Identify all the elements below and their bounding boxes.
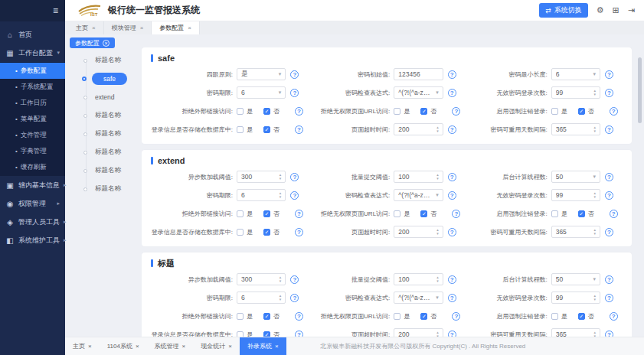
checkbox-是[interactable]	[551, 210, 558, 217]
anchor-item-safe[interactable]: safe	[82, 70, 143, 88]
help-icon[interactable]: ?	[452, 312, 460, 321]
stepper-control[interactable]: 99▴▾	[551, 291, 600, 304]
checkbox-是[interactable]	[237, 313, 244, 320]
checkbox-否[interactable]: ✓	[263, 108, 270, 115]
checkbox-否[interactable]: ✓	[420, 108, 427, 115]
help-icon[interactable]: ?	[448, 89, 456, 97]
anchor-item-标题名称[interactable]: 标题名称	[82, 106, 143, 125]
select-control[interactable]: 50▾	[551, 171, 600, 183]
checkbox-是[interactable]	[237, 229, 244, 236]
help-icon[interactable]: ?	[448, 275, 456, 284]
select-control[interactable]: 6▾	[551, 68, 600, 80]
checkbox-否[interactable]: ✓	[263, 210, 270, 217]
stepper-control[interactable]: 200▴▾	[394, 123, 443, 135]
sidebar-item-工作日历[interactable]: •工作日历	[0, 95, 65, 111]
sidebar-item-管理人员工具[interactable]: ◈管理人员工具▸	[0, 213, 65, 231]
close-icon[interactable]: ×	[182, 343, 186, 350]
checkbox-否[interactable]: ✓	[420, 210, 427, 217]
stepper-control[interactable]: 300▴▾	[237, 171, 286, 183]
checkbox-否[interactable]: ✓	[578, 210, 585, 217]
anchor-item-标题名称[interactable]: 标题名称	[82, 125, 143, 143]
select-control[interactable]: 50▾	[551, 273, 600, 285]
tab-模块管理[interactable]: 模块管理×	[104, 21, 152, 34]
help-icon[interactable]: ?	[605, 331, 613, 337]
help-icon[interactable]: ?	[290, 294, 299, 302]
stepper-control[interactable]: 200▴▾	[394, 226, 443, 238]
stepper-control[interactable]: 6▴▾	[237, 291, 286, 304]
checkbox-是[interactable]	[551, 108, 558, 115]
anchor-item-extend[interactable]: extend	[82, 88, 143, 106]
sidebar-item-参数配置[interactable]: •参数配置	[0, 63, 65, 79]
text-input[interactable]: 123456	[394, 68, 443, 80]
stepper-control[interactable]: 99▴▾	[551, 86, 600, 99]
select-control[interactable]: ^(?!(^a-zA-z)+$)(?!\D+$)((0-9A-Z...▾	[394, 189, 443, 201]
help-icon[interactable]: ?	[605, 228, 613, 236]
help-icon[interactable]: ?	[605, 125, 613, 134]
anchor-item-标题名称[interactable]: 标题名称	[82, 180, 143, 198]
tab-参数配置[interactable]: 参数配置×	[152, 21, 200, 34]
help-icon[interactable]: ?	[290, 173, 299, 181]
close-icon[interactable]: ×	[275, 343, 279, 350]
stepper-control[interactable]: 100▴▾	[394, 273, 443, 285]
checkbox-是[interactable]	[394, 313, 400, 320]
fullscreen-icon[interactable]: ⊞	[613, 6, 619, 15]
help-icon[interactable]: ?	[448, 191, 456, 200]
sidebar-item-系统维护工具[interactable]: ◧系统维护工具▸	[0, 231, 65, 249]
stepper-control[interactable]: 100▴▾	[394, 171, 443, 183]
help-icon[interactable]: ?	[448, 70, 456, 79]
select-control[interactable]: ^(?!(^a-zA-z)+$)(?!\D+$)((0-9A-Z...▾	[394, 86, 443, 99]
help-icon[interactable]: ?	[295, 228, 303, 236]
checkbox-否[interactable]: ✓	[263, 229, 270, 236]
footer-tab-现金统计[interactable]: 现金统计×	[193, 337, 240, 355]
close-icon[interactable]: ×	[136, 343, 139, 350]
stepper-control[interactable]: 300▴▾	[237, 273, 286, 285]
stepper-control[interactable]: 365▴▾	[551, 328, 600, 337]
anchor-item-标题名称[interactable]: 标题名称	[82, 51, 143, 70]
help-icon[interactable]: ?	[448, 228, 456, 236]
help-icon[interactable]: ?	[605, 70, 613, 79]
select-control[interactable]: 是▾	[237, 68, 286, 80]
help-icon[interactable]: ?	[290, 191, 299, 200]
gear-icon[interactable]: ⚙	[597, 6, 604, 15]
stepper-control[interactable]: 365▴▾	[551, 123, 600, 135]
sidebar-item-辖内基本信息[interactable]: ▣辖内基本信息▸	[0, 176, 65, 194]
system-switch-button[interactable]: ⇄ 系统切换	[539, 3, 588, 18]
help-icon[interactable]: ?	[610, 312, 618, 321]
anchor-item-标题名称[interactable]: 标题名称	[82, 143, 143, 161]
help-icon[interactable]: ?	[290, 275, 299, 284]
help-icon[interactable]: ?	[295, 125, 303, 134]
sidebar-item-文件管理[interactable]: •文件管理	[0, 127, 65, 143]
help-icon[interactable]: ?	[295, 107, 303, 116]
help-icon[interactable]: ?	[605, 275, 613, 284]
select-control[interactable]: 6▾	[237, 86, 286, 99]
checkbox-否[interactable]: ✓	[578, 108, 585, 115]
checkbox-否[interactable]: ✓	[578, 313, 585, 320]
checkbox-否[interactable]: ✓	[263, 126, 270, 133]
help-icon[interactable]: ?	[448, 125, 456, 134]
sidebar-item-字典管理[interactable]: •字典管理	[0, 143, 65, 159]
close-icon[interactable]: ×	[92, 24, 96, 31]
filter-chip-params[interactable]: 参数配置 ×	[70, 37, 115, 48]
tab-主页[interactable]: 主页×	[68, 21, 104, 34]
checkbox-是[interactable]	[551, 313, 558, 320]
checkbox-否[interactable]: ✓	[263, 313, 270, 320]
stepper-control[interactable]: 365▴▾	[551, 226, 600, 238]
close-icon[interactable]: ×	[88, 343, 92, 350]
select-control[interactable]: ^(?!(^a-zA-z)+$)(?!\D+$)((0-9A-Z...▾	[394, 291, 443, 304]
stepper-control[interactable]: 200▴▾	[394, 328, 443, 337]
sidebar-item-子系统配置[interactable]: •子系统配置	[0, 79, 65, 95]
help-icon[interactable]: ?	[290, 70, 299, 79]
sidebar-item-菜单配置[interactable]: •菜单配置	[0, 111, 65, 127]
sidebar-item-工作台配置[interactable]: ▦工作台配置▾	[0, 44, 65, 62]
logout-icon[interactable]: ⇥	[628, 6, 635, 15]
scrollbar-thumb[interactable]	[638, 57, 642, 123]
close-icon[interactable]: ×	[140, 24, 144, 31]
anchor-item-标题名称[interactable]: 标题名称	[82, 161, 143, 180]
help-icon[interactable]: ?	[605, 294, 613, 302]
close-icon[interactable]: ×	[228, 343, 232, 350]
chip-close-icon[interactable]: ×	[103, 40, 110, 47]
checkbox-否[interactable]: ✓	[420, 313, 427, 320]
help-icon[interactable]: ?	[295, 331, 303, 337]
help-icon[interactable]: ?	[290, 89, 299, 97]
checkbox-是[interactable]	[394, 108, 400, 115]
